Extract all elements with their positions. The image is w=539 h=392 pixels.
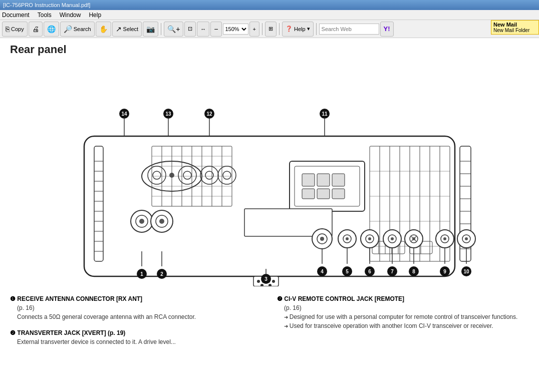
title-bar: [IC-756PRO Instruction Manual.pdf] [0, 0, 539, 10]
main-content: Rear panel [0, 38, 539, 392]
svg-text:7: 7 [391, 269, 394, 274]
svg-text:1: 1 [140, 271, 143, 277]
svg-text:13: 13 [165, 111, 171, 117]
desc-item-1: ❶ RECEIVE ANTENNA CONNECTOR [RX ANT] (p.… [10, 294, 262, 321]
svg-rect-53 [302, 189, 315, 199]
search-web-input[interactable] [319, 24, 379, 35]
svg-rect-52 [332, 174, 345, 186]
menu-bar: Document Tools Window Help [0, 10, 539, 20]
menu-tools[interactable]: Tools [38, 12, 52, 19]
print-button[interactable]: 🖨 [29, 22, 43, 37]
svg-point-14 [139, 219, 144, 224]
zoom-select[interactable]: 150% 50% 75% 100% 125% 200% [223, 24, 248, 35]
svg-text:10: 10 [463, 269, 469, 274]
svg-rect-55 [332, 189, 345, 199]
desc-7-arrow1: Designed for use with a personal compute… [284, 313, 517, 320]
svg-rect-0 [84, 136, 455, 276]
zoom-plus-button[interactable]: + [249, 22, 259, 37]
svg-text:14: 14 [121, 111, 127, 117]
separator2 [262, 23, 262, 35]
copy-button[interactable]: ⎘ Copy [2, 22, 28, 37]
desc-2-body: External transverter device is connected… [17, 337, 262, 346]
cursor-icon: ↗ [116, 25, 122, 33]
desc-item-2: ❷ TRANSVERTER JACK [XVERT] (p. 19) Exter… [10, 328, 262, 346]
toolbar: ⎘ Copy 🖨 🌐 🔎 Search ✋ ↗ Select 📷 🔍+ ⊡ ↔ … [0, 20, 539, 38]
help-button[interactable]: ❓ Help ▾ [282, 22, 314, 37]
page-button[interactable]: 🌐 [44, 22, 59, 37]
new-mail-notification[interactable]: New Mail New Mail Folder [491, 20, 539, 35]
page-title: Rear panel [10, 43, 529, 56]
help-circle-icon: ❓ [286, 26, 293, 32]
desc-7-arrow2: Used for transceive operation with anoth… [284, 322, 493, 329]
yahoo-icon: Y! [384, 25, 390, 33]
svg-rect-51 [317, 174, 330, 186]
zoom-icon-button[interactable]: ⊡ [184, 22, 196, 37]
menu-window[interactable]: Window [60, 12, 81, 19]
svg-text:2: 2 [160, 271, 163, 277]
svg-point-104 [443, 237, 446, 240]
svg-point-42 [257, 280, 260, 283]
help-dropdown-icon: ▾ [307, 26, 310, 32]
fit-width-button[interactable]: ↔ [197, 22, 209, 37]
title-bar-text: [IC-756PRO Instruction Manual.pdf] [3, 2, 90, 8]
svg-text:4: 4 [321, 269, 324, 274]
desc-1-body: (p. 16) Connects a 50Ω general coverage … [17, 303, 262, 321]
plus-icon: + [253, 26, 256, 32]
pages-icon: ⊞ [268, 26, 273, 32]
print-icon: 🖨 [32, 25, 39, 33]
zoom-in-icon: 🔍+ [167, 25, 180, 33]
svg-text:5: 5 [346, 269, 349, 274]
zoom-out-button[interactable]: − [210, 22, 221, 37]
svg-point-96 [391, 237, 394, 240]
diagram-container: 11 12 13 14 1 2 3 4 5 6 7 8 9 [10, 61, 529, 286]
svg-point-93 [368, 237, 371, 240]
separator1 [161, 23, 161, 35]
svg-text:9: 9 [443, 269, 446, 274]
svg-text:11: 11 [322, 111, 328, 117]
svg-point-107 [465, 237, 468, 240]
svg-text:3: 3 [264, 276, 267, 282]
desc-1-title: ❶ RECEIVE ANTENNA CONNECTOR [RX ANT] [10, 294, 262, 303]
desc-7-body: (p. 16) Designed for use with a personal… [284, 303, 529, 330]
svg-rect-50 [302, 174, 315, 186]
camera-icon: 📷 [146, 25, 155, 33]
desc-7-title: ❼ CI-V REMOTE CONTROL JACK [REMOTE] [277, 294, 529, 303]
fit-width-icon: ↔ [200, 26, 206, 32]
rear-panel-diagram: 11 12 13 14 1 2 3 4 5 6 7 8 9 [44, 61, 495, 286]
svg-point-90 [346, 237, 349, 240]
zoom-in-button[interactable]: 🔍+ [164, 22, 183, 37]
desc-2-title: ❷ TRANSVERTER JACK [XVERT] (p. 19) [10, 328, 262, 337]
hand-button[interactable]: ✋ [96, 22, 111, 37]
svg-point-45 [272, 280, 275, 283]
zoom-out-icon: − [214, 25, 218, 33]
copy-icon: ⎘ [6, 25, 10, 33]
zoom-fit-icon: ⊡ [188, 26, 192, 32]
svg-point-87 [320, 237, 324, 241]
yahoo-button[interactable]: Y! [380, 22, 394, 37]
svg-rect-54 [317, 189, 330, 199]
separator3 [279, 23, 280, 35]
pages-button[interactable]: ⊞ [265, 22, 277, 37]
separator4 [316, 23, 317, 35]
desc-item-7: ❼ CI-V REMOTE CONTROL JACK [REMOTE] (p. … [277, 294, 529, 330]
svg-text:12: 12 [206, 111, 212, 117]
svg-text:6: 6 [368, 269, 371, 274]
camera-button[interactable]: 📷 [143, 22, 158, 37]
new-mail-title: New Mail [493, 22, 536, 28]
search-button[interactable]: 🔎 Search [60, 22, 95, 37]
hand-icon: ✋ [99, 25, 108, 33]
menu-help[interactable]: Help [89, 12, 101, 19]
binoculars-icon: 🔎 [64, 25, 72, 33]
select-button[interactable]: ↗ Select [112, 22, 142, 37]
descriptions-grid: ❶ RECEIVE ANTENNA CONNECTOR [RX ANT] (p.… [10, 294, 529, 353]
new-mail-folder: New Mail Folder [493, 28, 536, 33]
svg-text:8: 8 [412, 269, 415, 274]
menu-document[interactable]: Document [2, 12, 30, 19]
svg-point-17 [159, 219, 164, 224]
page-icon: 🌐 [47, 25, 56, 33]
